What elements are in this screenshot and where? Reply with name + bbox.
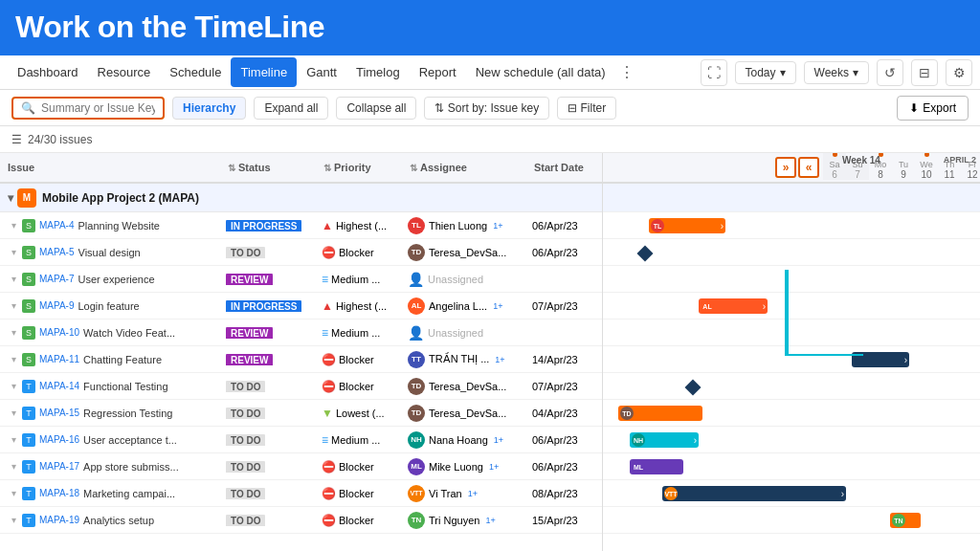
nav-item-dashboard[interactable]: Dashboard — [8, 57, 88, 87]
gantt-bar[interactable]: TD — [618, 406, 702, 421]
gantt-issue-row — [603, 373, 980, 400]
nav-item-new-schedule[interactable]: New schedule (all data) — [466, 57, 615, 87]
priority-label: Highest (... — [336, 220, 387, 231]
row-chevron[interactable]: ▾ — [11, 408, 16, 418]
issue-key[interactable]: MAPA-10 — [39, 327, 79, 338]
row-chevron[interactable]: ▾ — [11, 381, 16, 391]
sort-button[interactable]: ⇅ Sort by: Issue key — [424, 97, 549, 120]
filter-button[interactable]: ⊟ Filter — [557, 97, 616, 120]
project-row: ▾ M Mobile App Project 2 (MAPA) — [0, 184, 602, 212]
gantt-issue-row: TL› — [603, 212, 980, 239]
refresh-button[interactable]: ↺ — [877, 59, 903, 86]
status-cell: TO DO — [220, 515, 316, 526]
assignee-name: Teresa_DevSa... — [429, 247, 506, 258]
issue-name-cell: ▾ S MAPA-7 User experience — [0, 273, 220, 286]
row-chevron[interactable]: ▾ — [11, 220, 16, 231]
issue-key[interactable]: MAPA-17 — [39, 461, 79, 472]
gantt-bar[interactable]: VTT› — [662, 486, 846, 501]
row-chevron[interactable]: ▾ — [11, 354, 16, 364]
expand-all-button[interactable]: Expand all — [254, 97, 328, 120]
nav-more-icon[interactable]: ⋮ — [619, 63, 635, 81]
issue-title: Planning Website — [78, 220, 160, 231]
table-header: Issue ⇅ Status ⇅ Priority ⇅ Assignee Sta… — [0, 153, 602, 184]
gantt-back-button[interactable]: « — [798, 157, 819, 178]
collapse-all-button[interactable]: Collapse all — [336, 97, 416, 120]
issue-key[interactable]: MAPA-5 — [39, 247, 75, 257]
settings-button[interactable]: ⚙ — [946, 59, 972, 86]
gantt-diamond — [637, 246, 654, 262]
priority-icon: ⛔ — [322, 353, 336, 366]
issue-key[interactable]: MAPA-4 — [39, 220, 75, 231]
col-start-date: Start Date — [526, 162, 603, 173]
issue-type-icon: T — [22, 380, 35, 393]
issue-key[interactable]: MAPA-15 — [39, 408, 79, 418]
priority-cell: ≡ Medium ... — [316, 273, 402, 286]
gantt-bar[interactable]: › — [852, 352, 909, 367]
priority-icon: ⛔ — [322, 380, 336, 393]
nav-bar: Dashboard Resource Schedule Timeline Gan… — [0, 55, 980, 90]
start-date-cell: 06/Apr/23 — [526, 247, 602, 258]
hierarchy-button[interactable]: Hierarchy — [172, 97, 246, 120]
weeks-button[interactable]: Weeks ▾ — [804, 61, 869, 84]
gantt-bar[interactable]: AL› — [699, 298, 768, 314]
table-row: ▾ S MAPA-5 Visual design TO DO ⛔ Blocker… — [0, 239, 602, 266]
priority-icon: ≡ — [322, 326, 328, 340]
gantt-bar[interactable]: TL› — [649, 218, 725, 233]
issue-key[interactable]: MAPA-16 — [39, 434, 79, 445]
gantt-bar[interactable]: NH› — [630, 432, 699, 448]
settings-filter-button[interactable]: ⊟ — [911, 59, 938, 86]
row-chevron[interactable]: ▾ — [11, 488, 16, 498]
export-button[interactable]: ⬇ Export — [897, 96, 969, 121]
issue-name-cell: ▾ T MAPA-15 Regression Testing — [0, 407, 220, 420]
row-chevron[interactable]: ▾ — [11, 327, 16, 338]
today-button[interactable]: Today ▾ — [735, 61, 796, 84]
nav-item-timelog[interactable]: Timelog — [346, 57, 410, 87]
issue-type-icon: T — [22, 487, 35, 500]
start-date-cell: 06/Apr/23 — [526, 461, 602, 473]
gantt-bar[interactable]: ML — [630, 459, 683, 474]
issue-key[interactable]: MAPA-7 — [39, 274, 75, 284]
row-chevron[interactable]: ▾ — [11, 274, 16, 284]
issue-type-icon: T — [22, 514, 35, 527]
issue-type-icon: T — [22, 407, 35, 420]
issue-key[interactable]: MAPA-9 — [39, 300, 75, 311]
row-chevron[interactable]: ▾ — [11, 515, 16, 525]
nav-item-gantt[interactable]: Gantt — [297, 57, 346, 87]
row-chevron[interactable]: ▾ — [11, 434, 16, 445]
issue-title: Analytics setup — [83, 515, 154, 526]
avatar: TD — [408, 244, 425, 261]
assignee-cell: VTT Vi Tran 1+ — [402, 485, 526, 502]
assignee-cell: 👤 Unassigned — [402, 325, 526, 341]
nav-item-resource[interactable]: Resource — [88, 57, 161, 87]
table-row: ▾ S MAPA-9 Login feature IN PROGRESS ▲ H… — [0, 293, 602, 320]
status-cell: TO DO — [220, 488, 316, 499]
status-badge: TO DO — [226, 434, 265, 446]
gantt-bar[interactable]: TN — [890, 513, 921, 528]
gantt-issue-row: NH› — [603, 427, 980, 453]
issue-count: 24/30 issues — [28, 133, 92, 146]
priority-label: Medium ... — [331, 274, 380, 285]
issue-key[interactable]: MAPA-14 — [39, 381, 79, 391]
nav-item-timeline[interactable]: Timeline — [231, 57, 297, 87]
row-chevron[interactable]: ▾ — [11, 247, 16, 257]
issue-key[interactable]: MAPA-18 — [39, 488, 79, 498]
start-date-cell: 07/Apr/23 — [526, 300, 602, 312]
priority-label: Highest (... — [336, 300, 387, 312]
row-chevron[interactable]: ▾ — [11, 461, 16, 472]
gantt-issue-row: › — [603, 346, 980, 373]
assignee-extra: 1+ — [494, 435, 503, 445]
gantt-forward-button[interactable]: » — [775, 157, 796, 178]
search-input[interactable] — [41, 101, 155, 115]
filter-icon: ⊟ — [568, 101, 577, 115]
search-box[interactable]: 🔍 — [11, 97, 165, 120]
project-chevron[interactable]: ▾ — [8, 191, 13, 205]
issue-type-icon: T — [22, 460, 35, 474]
assignee-name: Vi Tran — [429, 488, 462, 499]
nav-item-schedule[interactable]: Schedule — [160, 57, 231, 87]
gantt-issue-row — [603, 320, 980, 346]
issue-key[interactable]: MAPA-11 — [39, 354, 79, 364]
fullscreen-button[interactable]: ⛶ — [701, 59, 727, 86]
row-chevron[interactable]: ▾ — [11, 300, 16, 311]
issue-key[interactable]: MAPA-19 — [39, 515, 79, 525]
nav-item-report[interactable]: Report — [410, 57, 466, 87]
